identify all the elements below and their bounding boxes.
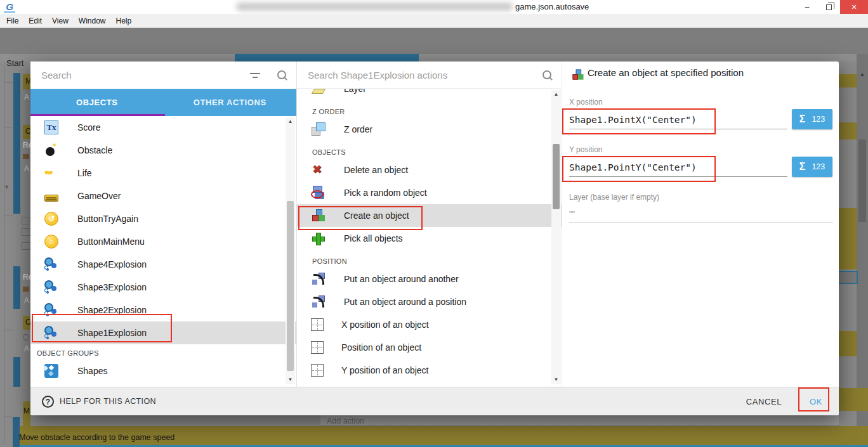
event-tick: [4, 127, 13, 127]
scrollbar-thumb[interactable]: [553, 144, 560, 209]
add-action-label: Add action: [327, 417, 364, 425]
position-icon: [311, 341, 324, 354]
x-expression-button[interactable]: Σ123: [792, 109, 832, 129]
menu-window[interactable]: Window: [74, 16, 111, 25]
objects-list: Score Obstacle Life GameOver ButtonTryAg…: [30, 116, 296, 382]
list-item[interactable]: ButtonMainMenu: [30, 230, 296, 253]
dialog-footer: ? HELP FOR THIS ACTION CANCEL OK: [30, 387, 839, 415]
event-tick: [4, 330, 13, 330]
background-active-tab: [235, 54, 419, 62]
objects-scrollbar[interactable]: ▲ ▼: [286, 117, 295, 384]
actions-search-input[interactable]: [297, 70, 542, 81]
event-tick: [4, 417, 13, 417]
zorder-icon: [311, 122, 326, 137]
particles-icon: [44, 326, 58, 340]
menu-edit[interactable]: Edit: [23, 16, 47, 25]
search-icon[interactable]: [277, 70, 287, 81]
pick-random-icon: [311, 185, 326, 200]
list-item[interactable]: Score: [30, 116, 296, 139]
background-tab-label: Start: [6, 58, 23, 68]
list-item[interactable]: Layer: [297, 89, 562, 100]
list-item[interactable]: Pick all objects: [297, 227, 562, 250]
menu-view[interactable]: View: [47, 16, 74, 25]
tab-other-actions[interactable]: OTHER ACTIONS: [164, 89, 297, 116]
actions-scrollbar[interactable]: ▲ ▼: [551, 90, 561, 384]
scroll-down-icon[interactable]: ▼: [286, 375, 295, 384]
toolbox-mini-icon: [23, 287, 29, 292]
list-item[interactable]: Put an object around a position: [297, 290, 562, 313]
minimize-button[interactable]: –: [797, 0, 817, 14]
list-item[interactable]: Delete an object: [297, 159, 562, 181]
create-object-icon: [311, 208, 326, 223]
list-item[interactable]: Z order: [297, 118, 562, 141]
hearts-icon: [44, 166, 58, 180]
event-condition-block: [839, 388, 868, 411]
list-item-create-object[interactable]: Create an object: [297, 204, 562, 227]
home-button-icon: [44, 235, 58, 249]
event-indent-bar: [13, 73, 20, 214]
objects-search-row: [30, 62, 296, 89]
event-indent-bar: [13, 266, 20, 309]
actions-search-row: [297, 62, 562, 89]
event-indent-bar: [13, 417, 20, 447]
event-indent-bar: [13, 357, 20, 387]
help-link[interactable]: HELP FOR THIS ACTION: [60, 397, 156, 406]
pick-all-icon: [311, 231, 326, 246]
scroll-up-icon[interactable]: ▲: [551, 90, 561, 99]
event-condition-block: [839, 331, 857, 356]
toolbox-mini-icon: [23, 154, 29, 159]
ok-button[interactable]: OK: [810, 397, 822, 406]
y-expression-button[interactable]: Σ123: [792, 157, 832, 177]
event-text-fragment: A: [24, 296, 29, 305]
event-condition-block: [839, 122, 857, 139]
list-item[interactable]: Shapes: [30, 360, 296, 382]
search-icon[interactable]: [542, 70, 553, 81]
list-item[interactable]: Y position of an object: [297, 359, 562, 382]
event-text-fragment: A: [24, 344, 29, 353]
menu-help[interactable]: Help: [111, 16, 137, 25]
list-item[interactable]: Pick a random object: [297, 181, 562, 204]
tab-objects[interactable]: OBJECTS: [30, 89, 164, 116]
list-item[interactable]: Life: [30, 162, 296, 185]
particles-icon: [44, 257, 58, 271]
params-panel: Create an object at specified position X…: [562, 62, 839, 387]
cancel-button[interactable]: CANCEL: [746, 397, 782, 406]
event-tick: [4, 82, 13, 83]
objects-header: OBJECTS: [297, 141, 562, 159]
sigma-icon: Σ: [799, 113, 806, 125]
scroll-down-icon[interactable]: ▼: [551, 375, 561, 384]
menu-file[interactable]: File: [1, 16, 23, 25]
actions-list: Layer Z ORDER Z order OBJECTS Delete an …: [297, 89, 562, 387]
list-item[interactable]: Shape2Explosion: [30, 299, 296, 321]
list-item[interactable]: X position of an object: [297, 313, 562, 336]
event-mini-box: [22, 242, 30, 250]
restore-button[interactable]: [819, 0, 839, 14]
event-mini-box: [22, 217, 30, 224]
event-condition-block: [839, 208, 857, 269]
event-row-text: Move obstacle according to the game spee…: [19, 433, 174, 442]
title-bar: G game.json.autosave – ✕: [0, 0, 868, 14]
help-icon: ?: [42, 396, 54, 408]
x-position-input[interactable]: [569, 110, 787, 129]
scrollbar-thumb[interactable]: [287, 201, 294, 371]
list-item[interactable]: Shape3Explosion: [30, 276, 296, 299]
scroll-up-icon[interactable]: ▲: [286, 117, 295, 126]
list-item[interactable]: Obstacle: [30, 139, 296, 162]
delete-object-icon: [311, 162, 326, 178]
list-item-shape1explosion[interactable]: Shape1Explosion: [30, 321, 296, 344]
list-item[interactable]: GameOver: [30, 185, 296, 207]
objects-search-input[interactable]: [30, 70, 250, 81]
background-tab-row: [0, 54, 868, 62]
list-item[interactable]: Position of an object: [297, 336, 562, 359]
position-icon: [311, 318, 324, 331]
zorder-header: Z ORDER: [297, 100, 562, 118]
y-position-input[interactable]: [569, 158, 787, 177]
list-item[interactable]: Put an object around another: [297, 268, 562, 290]
list-item[interactable]: ButtonTryAgain: [30, 207, 296, 230]
list-item[interactable]: Shape4Explosion: [30, 253, 296, 276]
layer-value[interactable]: "": [569, 209, 575, 219]
close-button[interactable]: ✕: [840, 0, 868, 14]
filter-icon[interactable]: [250, 72, 260, 79]
x-position-label: X position: [569, 98, 603, 107]
event-condition-block: [839, 74, 857, 87]
